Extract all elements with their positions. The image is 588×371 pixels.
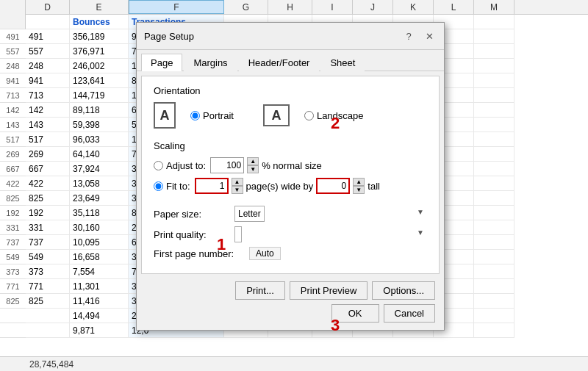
cell-e: 37,924 [70, 162, 129, 176]
cell-d: 737 [26, 235, 70, 250]
cell-e: 16,658 [70, 250, 129, 264]
col-l-header: L [434, 0, 474, 14]
footer-value: 28,745,484 [29, 359, 74, 370]
adjust-to-row: Adjust to: ▲ ▼ % normal size [154, 157, 427, 173]
print-quality-label: Print quality: [154, 229, 234, 240]
cell-d: 142 [26, 103, 70, 118]
fit-to-tall-input[interactable] [316, 178, 350, 194]
cell-e: 14,494 [70, 309, 129, 323]
cell-e: 11,416 [70, 294, 129, 309]
fit-to-label: Fit to: [166, 181, 190, 192]
fit-to-wide-spinner-down[interactable]: ▼ [232, 186, 243, 194]
adjust-to-radio-label[interactable]: Adjust to: [154, 160, 206, 171]
dialog-footer-row2: OK Cancel [137, 300, 444, 330]
cell-empty [474, 59, 514, 73]
fit-to-tall-spinner-down[interactable]: ▼ [353, 186, 365, 194]
fit-to-wide-spinner: ▲ ▼ [232, 178, 243, 194]
cell-empty [474, 264, 514, 279]
dialog-titlebar: Page Setup ? ✕ [137, 23, 444, 50]
cell-empty [474, 29, 514, 44]
scaling-section: Scaling Adjust to: ▲ ▼ % normal size [154, 140, 427, 194]
ok-button[interactable]: OK [331, 304, 379, 323]
cell-empty [474, 73, 514, 88]
cell-d: 269 [26, 147, 70, 162]
cell-e: 96,033 [70, 132, 129, 147]
first-page-label: First page number: [154, 248, 249, 259]
cell-empty [474, 250, 514, 264]
cell-d [26, 309, 70, 323]
cell-d: 373 [26, 264, 70, 279]
adjust-to-label: Adjust to: [166, 160, 206, 171]
col-k-header: K [393, 0, 434, 14]
adjust-to-spinner: ▲ ▼ [247, 157, 259, 173]
landscape-label: Landscape [317, 110, 364, 121]
cell-d: 941 [26, 73, 70, 88]
cell-e: 10,095 [70, 235, 129, 250]
adjust-to-radio[interactable] [154, 161, 163, 170]
tab-margins[interactable]: Margins [184, 54, 237, 71]
cell-d [26, 323, 70, 338]
landscape-radio-label[interactable]: Landscape [304, 110, 364, 121]
cell-d: 557 [26, 44, 70, 59]
portrait-label: Portrait [203, 110, 234, 121]
print-quality-select[interactable] [234, 226, 242, 242]
cell-m1 [474, 15, 514, 29]
cell-e: 7,554 [70, 264, 129, 279]
paper-size-select[interactable]: Letter [234, 206, 265, 222]
cell-empty [474, 279, 514, 294]
fit-to-wide-spinner-up[interactable]: ▲ [232, 178, 243, 186]
cell-empty [474, 176, 514, 191]
paper-size-row: Paper size: Letter [154, 206, 427, 222]
paper-size-label: Paper size: [154, 209, 234, 220]
fit-to-suffix: tall [368, 181, 380, 192]
cell-e: 30,160 [70, 220, 129, 235]
options-button[interactable]: Options... [372, 281, 435, 300]
fit-to-radio[interactable] [154, 181, 163, 191]
dialog-title: Page Setup [144, 31, 194, 42]
fit-to-row: Fit to: ▲ ▼ page(s) wide by ▲ ▼ tall [154, 178, 427, 194]
fit-to-tall-spinner-up[interactable]: ▲ [353, 178, 365, 186]
paper-size-select-wrapper: Letter [234, 206, 427, 222]
print-button[interactable]: Print... [235, 281, 285, 300]
landscape-radio[interactable] [304, 111, 314, 120]
fit-to-wide-input[interactable] [195, 178, 229, 194]
cell-d1 [26, 15, 70, 29]
orientation-options: A Portrait A Landscape [154, 102, 427, 129]
col-g-header: G [224, 0, 268, 14]
first-page-row: First page number: Auto [154, 247, 427, 260]
col-m-header: M [474, 0, 514, 14]
col-d-header: D [26, 0, 70, 14]
print-preview-button[interactable]: Print Preview [290, 281, 368, 300]
dialog-controls: ? ✕ [401, 29, 437, 43]
adjust-to-input[interactable] [210, 157, 244, 173]
help-button[interactable]: ? [401, 29, 416, 43]
cell-d: 667 [26, 162, 70, 176]
adjust-to-spinner-up[interactable]: ▲ [247, 157, 259, 165]
fit-to-radio-label[interactable]: Fit to: [154, 181, 190, 192]
cell-empty [474, 323, 514, 338]
cell-e: 123,641 [70, 73, 129, 88]
cancel-button[interactable]: Cancel [384, 304, 435, 323]
orientation-section: Orientation A Portrait A Landsc [154, 85, 427, 129]
cell-e: 35,118 [70, 206, 129, 220]
fit-to-between: page(s) wide by [246, 181, 314, 192]
cell-d: 713 [26, 88, 70, 103]
cell-d: 192 [26, 206, 70, 220]
cell-e: 11,301 [70, 279, 129, 294]
cell-d: 331 [26, 220, 70, 235]
portrait-radio-label[interactable]: Portrait [190, 110, 234, 121]
col-j-header: J [353, 0, 393, 14]
tab-header-footer[interactable]: Header/Footer [239, 54, 320, 71]
col-f-header: F [129, 0, 224, 14]
cell-empty [474, 294, 514, 309]
cell-e: 376,971 [70, 44, 129, 59]
tab-sheet[interactable]: Sheet [320, 54, 365, 71]
cell-empty [474, 235, 514, 250]
cell-e: 9,871 [70, 323, 129, 338]
cell-e: 89,118 [70, 103, 129, 118]
close-button[interactable]: ✕ [422, 29, 437, 43]
adjust-to-spinner-down[interactable]: ▼ [247, 165, 259, 173]
portrait-radio[interactable] [190, 111, 200, 120]
cell-empty [474, 118, 514, 132]
tab-page[interactable]: Page [141, 54, 182, 71]
